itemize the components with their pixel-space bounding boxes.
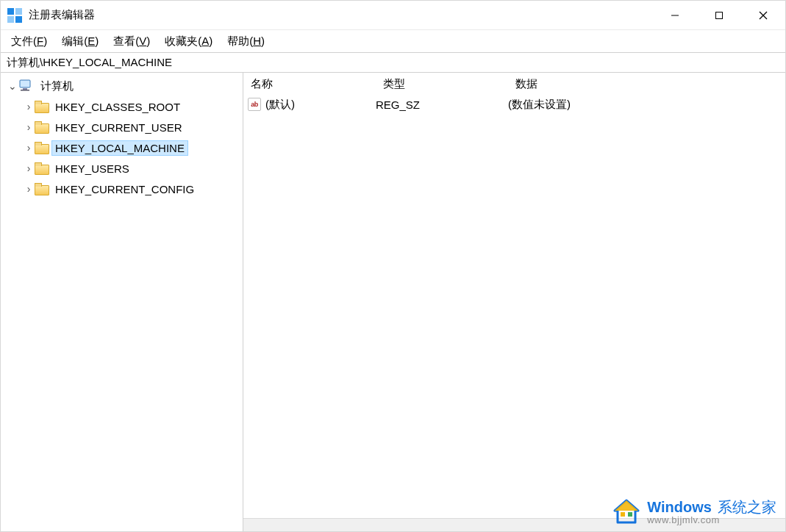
tree-item-label: HKEY_CURRENT_CONFIG: [52, 182, 197, 196]
tree-item-hku[interactable]: › HKEY_USERS: [1, 158, 243, 179]
folder-icon: [35, 163, 48, 173]
tree-pane[interactable]: ⌄ 计算机 › HKEY_CLASSES_ROOT › HKEY_C: [1, 73, 243, 531]
computer-icon: [18, 79, 33, 93]
chevron-right-icon[interactable]: ›: [23, 101, 35, 112]
list-pane: 名称 类型 数据 ab (默认) REG_SZ (数值未设置): [243, 73, 785, 531]
list-header: 名称 类型 数据: [243, 73, 785, 95]
maximize-button[interactable]: [697, 1, 741, 29]
value-data: (数值未设置): [508, 98, 785, 112]
svg-rect-1: [15, 8, 22, 15]
tree-item-hkcc[interactable]: › HKEY_CURRENT_CONFIG: [1, 179, 243, 199]
menu-edit[interactable]: 编辑(E): [59, 33, 101, 50]
folder-icon: [35, 122, 48, 132]
minimize-icon: [671, 11, 679, 20]
folder-icon: [35, 184, 48, 194]
value-type: REG_SZ: [376, 98, 508, 111]
list-row[interactable]: ab (默认) REG_SZ (数值未设置): [243, 95, 785, 114]
menu-view[interactable]: 查看(V): [110, 33, 153, 50]
svg-rect-2: [7, 16, 14, 23]
svg-rect-8: [20, 80, 30, 87]
col-header-type[interactable]: 类型: [376, 74, 508, 94]
svg-rect-0: [7, 8, 14, 15]
window-title: 注册表编辑器: [29, 8, 95, 22]
menu-file[interactable]: 文件(F): [8, 33, 50, 50]
minimize-button[interactable]: [653, 1, 697, 29]
tree-item-label: HKEY_USERS: [52, 162, 132, 176]
address-bar[interactable]: 计算机\HKEY_LOCAL_MACHINE: [1, 52, 785, 73]
horizontal-scrollbar[interactable]: [243, 518, 785, 531]
close-button[interactable]: [741, 1, 785, 29]
tree-item-hklm[interactable]: › HKEY_LOCAL_MACHINE: [1, 137, 243, 158]
app-icon: [7, 7, 23, 24]
close-icon: [759, 11, 768, 20]
tree-root-label: 计算机: [37, 79, 76, 94]
content-area: ⌄ 计算机 › HKEY_CLASSES_ROOT › HKEY_C: [1, 73, 785, 531]
window-controls: [653, 1, 785, 29]
tree-item-hkcu[interactable]: › HKEY_CURRENT_USER: [1, 117, 243, 137]
col-header-name[interactable]: 名称: [243, 74, 376, 94]
folder-icon: [35, 143, 48, 153]
chevron-right-icon[interactable]: ›: [23, 163, 35, 173]
tree-item-label: HKEY_CURRENT_USER: [52, 121, 185, 134]
chevron-right-icon[interactable]: ›: [23, 122, 35, 132]
svg-rect-10: [21, 90, 29, 91]
menu-bar: 文件(F) 编辑(E) 查看(V) 收藏夹(A) 帮助(H): [1, 30, 785, 52]
svg-rect-5: [716, 12, 723, 18]
chevron-down-icon[interactable]: ⌄: [7, 81, 18, 91]
menu-favorites[interactable]: 收藏夹(A): [162, 33, 215, 50]
chevron-right-icon[interactable]: ›: [23, 184, 35, 194]
tree-item-label: HKEY_LOCAL_MACHINE: [52, 141, 187, 155]
folder-icon: [35, 101, 48, 112]
col-header-data[interactable]: 数据: [508, 74, 785, 94]
svg-rect-3: [15, 16, 22, 23]
tree-item-hkcr[interactable]: › HKEY_CLASSES_ROOT: [1, 96, 243, 117]
registry-editor-window: 注册表编辑器 文件(F) 编辑(E) 查看(V) 收藏夹(A) 帮助(H) 计算…: [0, 0, 786, 532]
address-bar-text: 计算机\HKEY_LOCAL_MACHINE: [7, 56, 172, 70]
value-name: (默认): [265, 98, 295, 112]
string-value-icon: ab: [248, 98, 261, 111]
tree-root[interactable]: ⌄ 计算机: [1, 76, 243, 96]
menu-help[interactable]: 帮助(H): [224, 33, 268, 50]
tree-item-label: HKEY_CLASSES_ROOT: [52, 100, 183, 114]
chevron-right-icon[interactable]: ›: [23, 143, 35, 153]
title-bar: 注册表编辑器: [1, 1, 785, 30]
maximize-icon: [715, 11, 724, 20]
svg-rect-9: [23, 88, 27, 90]
